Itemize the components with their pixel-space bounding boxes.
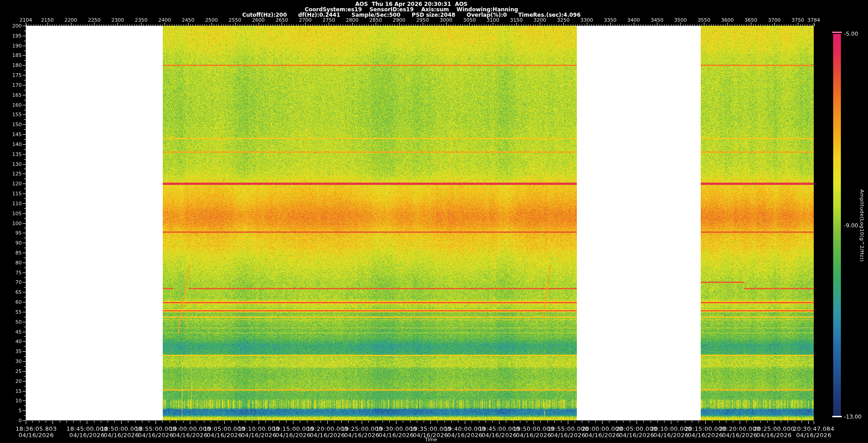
- colorbar: [833, 34, 841, 417]
- colorbar-tick-label: -13.00: [844, 414, 862, 420]
- colorbar-bottom-tick: [832, 416, 842, 417]
- colorbar-tick-label: -9.00: [844, 222, 858, 229]
- aos-window: AOS Thu 16 Apr 2026 20:30:31 AOS CoordSy…: [0, 0, 868, 443]
- time-axis-title: Time: [425, 437, 437, 443]
- header-params-line2: Cutoff(Hz):200 df(Hz):0.2441 Sample/Sec:…: [0, 12, 823, 18]
- spectrogram-plot[interactable]: [0, 0, 868, 443]
- colorbar-tick-label: -5.00: [844, 31, 858, 37]
- colorbar-top-tick: [832, 32, 842, 33]
- colorbar-title: Amplitude(Log10(g^2/Hz)): [859, 189, 865, 261]
